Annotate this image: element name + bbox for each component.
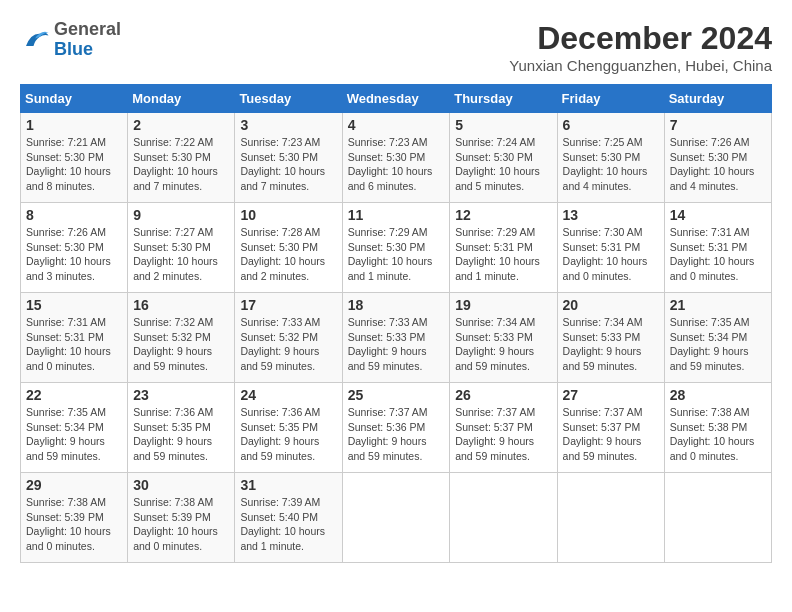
day-number: 28	[670, 387, 766, 403]
day-number: 22	[26, 387, 122, 403]
day-detail: Sunrise: 7:31 AMSunset: 5:31 PMDaylight:…	[26, 316, 111, 372]
calendar-week-row: 22 Sunrise: 7:35 AMSunset: 5:34 PMDaylig…	[21, 383, 772, 473]
day-detail: Sunrise: 7:34 AMSunset: 5:33 PMDaylight:…	[455, 316, 535, 372]
day-detail: Sunrise: 7:38 AMSunset: 5:39 PMDaylight:…	[26, 496, 111, 552]
calendar-cell	[342, 473, 450, 563]
day-detail: Sunrise: 7:36 AMSunset: 5:35 PMDaylight:…	[133, 406, 213, 462]
day-detail: Sunrise: 7:28 AMSunset: 5:30 PMDaylight:…	[240, 226, 325, 282]
day-detail: Sunrise: 7:29 AMSunset: 5:31 PMDaylight:…	[455, 226, 540, 282]
day-number: 24	[240, 387, 336, 403]
calendar-cell: 20 Sunrise: 7:34 AMSunset: 5:33 PMDaylig…	[557, 293, 664, 383]
day-number: 20	[563, 297, 659, 313]
day-number: 16	[133, 297, 229, 313]
day-detail: Sunrise: 7:33 AMSunset: 5:32 PMDaylight:…	[240, 316, 320, 372]
day-detail: Sunrise: 7:33 AMSunset: 5:33 PMDaylight:…	[348, 316, 428, 372]
calendar-cell: 30 Sunrise: 7:38 AMSunset: 5:39 PMDaylig…	[128, 473, 235, 563]
day-detail: Sunrise: 7:27 AMSunset: 5:30 PMDaylight:…	[133, 226, 218, 282]
day-detail: Sunrise: 7:39 AMSunset: 5:40 PMDaylight:…	[240, 496, 325, 552]
calendar-cell: 28 Sunrise: 7:38 AMSunset: 5:38 PMDaylig…	[664, 383, 771, 473]
day-detail: Sunrise: 7:38 AMSunset: 5:38 PMDaylight:…	[670, 406, 755, 462]
day-detail: Sunrise: 7:29 AMSunset: 5:30 PMDaylight:…	[348, 226, 433, 282]
calendar-cell: 19 Sunrise: 7:34 AMSunset: 5:33 PMDaylig…	[450, 293, 557, 383]
calendar-cell: 15 Sunrise: 7:31 AMSunset: 5:31 PMDaylig…	[21, 293, 128, 383]
calendar-week-row: 29 Sunrise: 7:38 AMSunset: 5:39 PMDaylig…	[21, 473, 772, 563]
day-number: 29	[26, 477, 122, 493]
calendar-week-row: 8 Sunrise: 7:26 AMSunset: 5:30 PMDayligh…	[21, 203, 772, 293]
logo-general: General	[54, 19, 121, 39]
day-number: 11	[348, 207, 445, 223]
calendar-cell: 6 Sunrise: 7:25 AMSunset: 5:30 PMDayligh…	[557, 113, 664, 203]
day-number: 26	[455, 387, 551, 403]
header-monday: Monday	[128, 85, 235, 113]
day-number: 8	[26, 207, 122, 223]
page-header: General Blue December 2024 Yunxian Cheng…	[20, 20, 772, 74]
day-detail: Sunrise: 7:36 AMSunset: 5:35 PMDaylight:…	[240, 406, 320, 462]
day-number: 7	[670, 117, 766, 133]
day-detail: Sunrise: 7:31 AMSunset: 5:31 PMDaylight:…	[670, 226, 755, 282]
day-detail: Sunrise: 7:38 AMSunset: 5:39 PMDaylight:…	[133, 496, 218, 552]
day-number: 17	[240, 297, 336, 313]
calendar-cell: 31 Sunrise: 7:39 AMSunset: 5:40 PMDaylig…	[235, 473, 342, 563]
month-title: December 2024	[509, 20, 772, 57]
calendar-cell	[450, 473, 557, 563]
day-number: 5	[455, 117, 551, 133]
header-sunday: Sunday	[21, 85, 128, 113]
day-number: 18	[348, 297, 445, 313]
calendar-cell: 24 Sunrise: 7:36 AMSunset: 5:35 PMDaylig…	[235, 383, 342, 473]
day-detail: Sunrise: 7:37 AMSunset: 5:36 PMDaylight:…	[348, 406, 428, 462]
calendar-cell: 16 Sunrise: 7:32 AMSunset: 5:32 PMDaylig…	[128, 293, 235, 383]
logo-blue: Blue	[54, 39, 93, 59]
day-number: 30	[133, 477, 229, 493]
header-saturday: Saturday	[664, 85, 771, 113]
calendar-cell: 29 Sunrise: 7:38 AMSunset: 5:39 PMDaylig…	[21, 473, 128, 563]
day-number: 21	[670, 297, 766, 313]
day-number: 9	[133, 207, 229, 223]
day-detail: Sunrise: 7:23 AMSunset: 5:30 PMDaylight:…	[240, 136, 325, 192]
calendar-cell: 14 Sunrise: 7:31 AMSunset: 5:31 PMDaylig…	[664, 203, 771, 293]
calendar-week-row: 1 Sunrise: 7:21 AMSunset: 5:30 PMDayligh…	[21, 113, 772, 203]
calendar-cell: 12 Sunrise: 7:29 AMSunset: 5:31 PMDaylig…	[450, 203, 557, 293]
day-number: 27	[563, 387, 659, 403]
calendar-cell: 26 Sunrise: 7:37 AMSunset: 5:37 PMDaylig…	[450, 383, 557, 473]
calendar-cell: 1 Sunrise: 7:21 AMSunset: 5:30 PMDayligh…	[21, 113, 128, 203]
day-number: 1	[26, 117, 122, 133]
day-detail: Sunrise: 7:25 AMSunset: 5:30 PMDaylight:…	[563, 136, 648, 192]
day-detail: Sunrise: 7:35 AMSunset: 5:34 PMDaylight:…	[670, 316, 750, 372]
calendar-cell: 18 Sunrise: 7:33 AMSunset: 5:33 PMDaylig…	[342, 293, 450, 383]
day-detail: Sunrise: 7:24 AMSunset: 5:30 PMDaylight:…	[455, 136, 540, 192]
calendar-cell: 23 Sunrise: 7:36 AMSunset: 5:35 PMDaylig…	[128, 383, 235, 473]
day-detail: Sunrise: 7:26 AMSunset: 5:30 PMDaylight:…	[670, 136, 755, 192]
header-thursday: Thursday	[450, 85, 557, 113]
calendar-cell: 22 Sunrise: 7:35 AMSunset: 5:34 PMDaylig…	[21, 383, 128, 473]
header-friday: Friday	[557, 85, 664, 113]
weekday-header-row: Sunday Monday Tuesday Wednesday Thursday…	[21, 85, 772, 113]
day-detail: Sunrise: 7:37 AMSunset: 5:37 PMDaylight:…	[563, 406, 643, 462]
calendar-cell: 11 Sunrise: 7:29 AMSunset: 5:30 PMDaylig…	[342, 203, 450, 293]
day-detail: Sunrise: 7:37 AMSunset: 5:37 PMDaylight:…	[455, 406, 535, 462]
calendar-cell	[557, 473, 664, 563]
calendar-week-row: 15 Sunrise: 7:31 AMSunset: 5:31 PMDaylig…	[21, 293, 772, 383]
title-area: December 2024 Yunxian Chengguanzhen, Hub…	[509, 20, 772, 74]
header-tuesday: Tuesday	[235, 85, 342, 113]
calendar-cell: 25 Sunrise: 7:37 AMSunset: 5:36 PMDaylig…	[342, 383, 450, 473]
calendar-cell: 4 Sunrise: 7:23 AMSunset: 5:30 PMDayligh…	[342, 113, 450, 203]
day-detail: Sunrise: 7:22 AMSunset: 5:30 PMDaylight:…	[133, 136, 218, 192]
calendar-cell: 17 Sunrise: 7:33 AMSunset: 5:32 PMDaylig…	[235, 293, 342, 383]
calendar-cell: 2 Sunrise: 7:22 AMSunset: 5:30 PMDayligh…	[128, 113, 235, 203]
calendar-cell: 21 Sunrise: 7:35 AMSunset: 5:34 PMDaylig…	[664, 293, 771, 383]
day-number: 23	[133, 387, 229, 403]
day-number: 12	[455, 207, 551, 223]
calendar-cell: 8 Sunrise: 7:26 AMSunset: 5:30 PMDayligh…	[21, 203, 128, 293]
calendar-cell: 7 Sunrise: 7:26 AMSunset: 5:30 PMDayligh…	[664, 113, 771, 203]
day-detail: Sunrise: 7:30 AMSunset: 5:31 PMDaylight:…	[563, 226, 648, 282]
calendar-cell: 9 Sunrise: 7:27 AMSunset: 5:30 PMDayligh…	[128, 203, 235, 293]
calendar-cell	[664, 473, 771, 563]
day-number: 6	[563, 117, 659, 133]
day-detail: Sunrise: 7:35 AMSunset: 5:34 PMDaylight:…	[26, 406, 106, 462]
day-number: 13	[563, 207, 659, 223]
day-number: 19	[455, 297, 551, 313]
day-number: 14	[670, 207, 766, 223]
calendar-table: Sunday Monday Tuesday Wednesday Thursday…	[20, 84, 772, 563]
day-number: 25	[348, 387, 445, 403]
day-number: 31	[240, 477, 336, 493]
